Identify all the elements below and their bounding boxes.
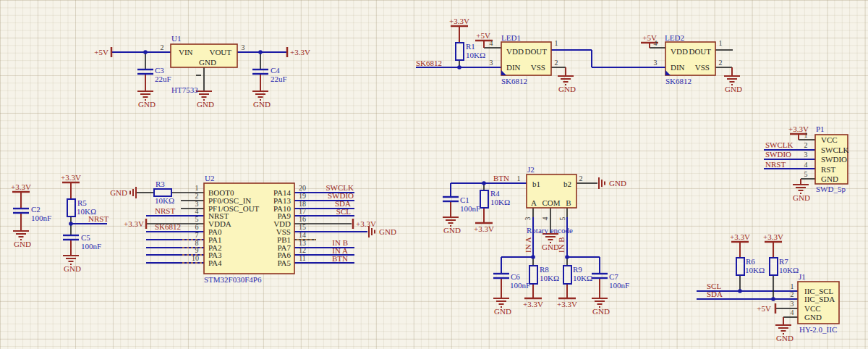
- net-label-+3.3v[interactable]: +3.3V: [124, 219, 144, 228]
- pin-number-3[interactable]: 3: [804, 151, 808, 159]
- pin-number-3[interactable]: 3: [242, 43, 245, 51]
- net-label-gnd[interactable]: GND: [776, 334, 793, 342]
- designator-100nf[interactable]: 100nF: [31, 214, 51, 222]
- designator-c3[interactable]: C3: [155, 66, 164, 75]
- designator-j1[interactable]: J1: [799, 272, 806, 281]
- net-label-gnd[interactable]: GND: [725, 85, 742, 93]
- pin-number-3[interactable]: 3: [654, 59, 658, 67]
- pin-name-b[interactable]: B: [566, 198, 571, 207]
- pin-number-1[interactable]: 1: [517, 174, 521, 182]
- pin-name-gnd[interactable]: GND: [199, 58, 216, 67]
- pin-number-20[interactable]: 20: [299, 184, 306, 192]
- net-label-+3.3v[interactable]: +3.3V: [474, 224, 494, 233]
- net-label-+5v[interactable]: +5V: [757, 304, 771, 313]
- designator-j2[interactable]: J2: [527, 165, 535, 174]
- pin-number-3[interactable]: 3: [791, 300, 794, 308]
- net-label-gnd[interactable]: GND: [110, 188, 127, 197]
- pin-name-din[interactable]: DIN: [506, 63, 521, 72]
- pin-name-vout[interactable]: VOUT: [209, 48, 231, 56]
- designator-c1[interactable]: C1: [460, 195, 469, 204]
- net-label-in-a[interactable]: IN A: [524, 237, 532, 253]
- pin-name-vss[interactable]: VSS: [531, 63, 545, 72]
- pin-name-b2[interactable]: b2: [563, 180, 571, 188]
- net-label-sda[interactable]: SDA: [707, 290, 723, 298]
- net-label-+3.3v[interactable]: +3.3V: [356, 219, 376, 228]
- pin-name-iic-sda[interactable]: IIC_SDA: [804, 295, 835, 303]
- designator-10k[interactable]: 10KΩ: [77, 207, 96, 216]
- pin-number-10[interactable]: 10: [192, 254, 199, 262]
- designator-100nf[interactable]: 100nF: [460, 204, 480, 213]
- net-label-+3.3v[interactable]: +3.3V: [290, 48, 310, 56]
- pin-number-7[interactable]: 7: [195, 231, 199, 239]
- designator-10k[interactable]: 10KΩ: [540, 274, 559, 282]
- pin-number-2[interactable]: 2: [791, 290, 794, 298]
- pin-number-14[interactable]: 14: [299, 231, 306, 239]
- designator-10k[interactable]: 10KΩ: [573, 274, 592, 282]
- net-label-+3.3v[interactable]: +3.3V: [763, 232, 783, 241]
- net-label-nrst[interactable]: NRST: [155, 206, 175, 215]
- designator-22uf[interactable]: 22uF: [271, 75, 287, 83]
- designator-r3[interactable]: R3: [156, 180, 165, 188]
- designator-u2[interactable]: U2: [205, 174, 214, 182]
- pin-name-swdio[interactable]: SWDIO: [821, 155, 847, 164]
- pin-number-19[interactable]: 19: [299, 192, 306, 200]
- pin-name-din[interactable]: DIN: [671, 63, 685, 72]
- net-label-btn[interactable]: BTN: [332, 254, 348, 263]
- designator-22uf[interactable]: 22uF: [155, 75, 171, 83]
- net-label-gnd[interactable]: GND: [14, 240, 31, 248]
- pin-number-2[interactable]: 2: [804, 141, 808, 149]
- resistor-r6[interactable]: [736, 258, 744, 275]
- designator-10k[interactable]: 10KΩ: [745, 266, 765, 274]
- pin-name-gnd[interactable]: GND: [821, 174, 838, 183]
- net-label-scl[interactable]: SCL: [336, 207, 351, 216]
- pin-number-4[interactable]: 4: [490, 39, 493, 47]
- designator-100nf[interactable]: 100nF: [609, 281, 629, 290]
- pin-name-com[interactable]: COM: [542, 198, 560, 207]
- designator-rotary-encode[interactable]: Rotary encode: [527, 226, 573, 235]
- designator-c6[interactable]: C6: [511, 272, 520, 281]
- pin-number-9[interactable]: 9: [195, 246, 199, 254]
- designator-100nf[interactable]: 100nF: [510, 281, 530, 290]
- pin-number-1[interactable]: 1: [804, 131, 808, 139]
- net-label-gnd[interactable]: GND: [609, 179, 626, 188]
- designator-c5[interactable]: C5: [81, 233, 90, 242]
- net-label-gnd[interactable]: GND: [494, 307, 511, 316]
- pin-number-4[interactable]: 4: [804, 161, 808, 169]
- pin-number-2[interactable]: 2: [555, 59, 558, 67]
- designator-10k[interactable]: 10KΩ: [490, 198, 510, 206]
- designator-ht7533[interactable]: HT7533: [171, 85, 198, 94]
- net-label-gnd[interactable]: GND: [542, 243, 559, 251]
- pin-number-3[interactable]: 3: [490, 59, 493, 67]
- pin-number-2[interactable]: 2: [161, 43, 164, 51]
- pin-number-1[interactable]: 1: [195, 184, 199, 192]
- resistor-r3[interactable]: [154, 189, 171, 196]
- pin-number-15[interactable]: 15: [299, 223, 306, 231]
- pin-number-17[interactable]: 17: [299, 207, 306, 215]
- net-label-+5v[interactable]: +5V: [476, 31, 490, 40]
- designator-10k[interactable]: 10KΩ: [155, 196, 174, 205]
- pin-name-rst[interactable]: RST: [821, 165, 835, 174]
- pin-name-vin[interactable]: VIN: [179, 48, 193, 56]
- designator-100nf[interactable]: 100nF: [81, 242, 101, 251]
- pin-name-vdd[interactable]: VDD: [506, 47, 524, 56]
- pin-number-4[interactable]: 4: [654, 39, 658, 47]
- pin-number-1[interactable]: 1: [719, 39, 723, 47]
- pin-number-5[interactable]: 5: [195, 215, 199, 223]
- designator-p1[interactable]: P1: [816, 125, 825, 133]
- designator-r9[interactable]: R9: [573, 265, 582, 274]
- pin-name-vcc[interactable]: VCC: [821, 135, 838, 144]
- net-label-nrst[interactable]: NRST: [765, 160, 786, 169]
- designator-10k[interactable]: 10KΩ: [466, 51, 485, 59]
- net-label-sk6812[interactable]: SK6812: [416, 59, 442, 67]
- designator-10k[interactable]: 10KΩ: [779, 266, 799, 274]
- pin-number-4[interactable]: 4: [541, 217, 549, 221]
- pin-name-swclk[interactable]: SWCLK: [821, 146, 849, 154]
- designator-c2[interactable]: C2: [31, 205, 41, 214]
- pin-number-5[interactable]: 5: [804, 170, 808, 178]
- net-label-gnd[interactable]: GND: [64, 264, 81, 273]
- net-label-gnd[interactable]: GND: [793, 193, 810, 202]
- pin-number-2[interactable]: 2: [579, 174, 583, 182]
- net-label-gnd[interactable]: GND: [253, 100, 271, 109]
- designator-sk6812[interactable]: SK6812: [501, 77, 527, 85]
- designator-r4[interactable]: R4: [490, 189, 500, 198]
